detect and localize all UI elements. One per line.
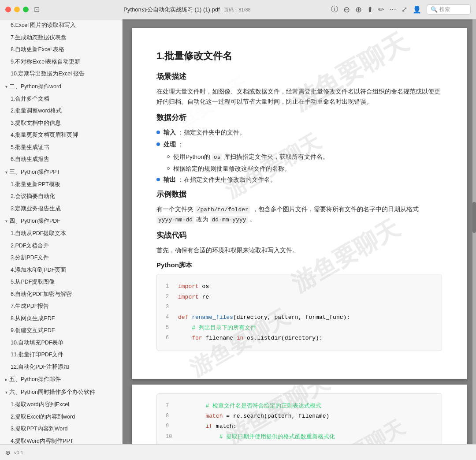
line-num-5: 5 bbox=[166, 323, 178, 333]
more-icon[interactable]: ⋯ bbox=[389, 5, 396, 14]
collapse-arrow-pdf: ▾ bbox=[5, 219, 7, 224]
section-email[interactable]: ▸ 五、Python操作邮件 bbox=[0, 373, 122, 386]
sidebar-item-pdf-form[interactable]: 10.自动填充PDF表单 bbox=[0, 337, 122, 349]
format1-code: yyyy-mm-dd bbox=[156, 216, 194, 224]
annotate-icon[interactable]: ✏ bbox=[378, 5, 384, 14]
sidebar-item-word-to-excel[interactable]: 1.提取word内容到Excel bbox=[0, 399, 122, 411]
sidebar: 6.Excel 图片的读取和写入 7.生成动态数据仪表盘 8.自动更新Excel… bbox=[0, 19, 123, 444]
bullet-input-text: 输入 ：指定文件夹中的文件。 bbox=[164, 128, 245, 138]
code-content-3 bbox=[178, 302, 433, 312]
zoom-out-icon[interactable]: ⊖ bbox=[343, 5, 350, 15]
code-line-3: 3 bbox=[166, 302, 433, 312]
search-placeholder: 搜索 bbox=[439, 6, 450, 13]
sidebar-item-word-to-ppt[interactable]: 4.提取Word内容制作PPT bbox=[0, 435, 122, 445]
scrollbar-track[interactable] bbox=[472, 19, 476, 444]
bullet-process-text: 处理 ： bbox=[164, 140, 184, 150]
line-num-9: 9 bbox=[166, 421, 178, 431]
search-box[interactable]: 🔍 搜索 bbox=[427, 4, 471, 15]
sidebar-item-auto-report[interactable]: 6.自动生成报告 bbox=[0, 153, 122, 166]
sidebar-item-pdf-watermark[interactable]: 4.添加水印到PDF页面 bbox=[0, 264, 122, 277]
search-icon: 🔍 bbox=[431, 6, 438, 13]
sidebar-item-pdf-extract[interactable]: 1.自动从PDF提取文本 bbox=[0, 228, 122, 240]
sidebar-item-dynamic-table[interactable]: 7.生成动态数据仪表盘 bbox=[0, 32, 122, 44]
sidebar-item-batch-cert[interactable]: 5.批量生成证书 bbox=[0, 142, 122, 154]
line-num-2: 2 bbox=[166, 292, 178, 302]
path-code: /path/to/folder bbox=[195, 206, 250, 213]
minimize-button[interactable] bbox=[14, 7, 20, 12]
pages-label: 页码：81/88 bbox=[224, 7, 251, 12]
sidebar-item-ppt-template[interactable]: 1.批量更新PPT模板 bbox=[0, 179, 122, 191]
sidebar-item-sync-excel[interactable]: 9.不对称Excel表格自动更新 bbox=[0, 56, 122, 68]
bottom-bar: ⊕ v0.1 bbox=[0, 444, 476, 460]
code-line-10: 10 # 提取日期并使用提供的格式函数重新格式化 bbox=[166, 432, 433, 442]
bottom-label: v0.1 bbox=[14, 450, 23, 455]
close-button[interactable] bbox=[5, 7, 11, 12]
code-line-7: 7 # 检查文件名是否符合给定的正则表达式模式 bbox=[166, 401, 433, 411]
example-text-3: 改为 bbox=[194, 216, 210, 223]
section-email-label: 五、Python操作邮件 bbox=[9, 376, 61, 383]
section-scene-heading: 场景描述 bbox=[156, 71, 442, 82]
section-word[interactable]: ▾ 二、Python操作word bbox=[0, 80, 122, 93]
sidebar-item-pdf-print[interactable]: 11.批量打印PDF文件 bbox=[0, 349, 122, 361]
code-content-2: import re bbox=[178, 292, 433, 302]
sidebar-item-business-report[interactable]: 3.定期业务报告生成 bbox=[0, 203, 122, 215]
code-content-4: def rename_files(directory, pattern, for… bbox=[178, 312, 433, 322]
toolbar-icons: ⓘ ⊖ ⊕ ⬆ ✏ ⋯ ⤢ 👤 🔍 搜索 bbox=[331, 4, 471, 15]
sidebar-item-pdf-web[interactable]: 8.从网页生成PDF bbox=[0, 313, 122, 325]
sidebar-item-extract-info[interactable]: 3.提取文档中的信息 bbox=[0, 117, 122, 130]
input-text: ：指定文件夹中的文件。 bbox=[178, 129, 245, 136]
scrollbar-thumb[interactable] bbox=[472, 202, 476, 233]
scene-para: 在处理大量文件时，如图像、文档或数据文件，经常需要批量修改文件名以符合组织的命名… bbox=[156, 87, 442, 107]
sidebar-item-header-footer[interactable]: 4.批量更新文档页眉和页脚 bbox=[0, 129, 122, 142]
maximize-button[interactable] bbox=[23, 7, 29, 12]
sidebar-item-merge-docs[interactable]: 1.合并多个文档 bbox=[0, 93, 122, 105]
filename-label: Python办公自动化实战练习 (1) (1).pdf bbox=[123, 6, 219, 13]
section-word-label: 二、Python操作word bbox=[9, 83, 61, 90]
expand-icon[interactable]: ⤢ bbox=[402, 5, 407, 14]
sub-rule-text: 根据给定的规则批量修改这些文件的名称。 bbox=[173, 164, 290, 174]
sidebar-item-pdf-image[interactable]: 5.从PDF提取图像 bbox=[0, 276, 122, 288]
sidebar-item-pdf-split[interactable]: 3.分割PDF文件 bbox=[0, 252, 122, 264]
sidebar-item-ppt-to-word[interactable]: 3.提取PPT内容到Word bbox=[0, 423, 122, 435]
doc-main-title: 1.批量修改文件名 bbox=[156, 49, 442, 63]
sidebar-item-pdf-annotation[interactable]: 12.自动化PDF注释添加 bbox=[0, 361, 122, 374]
content-area[interactable]: 游鱼要聊天 游鱼要聊天 游鱼要聊天 游鱼要聊天 游鱼要聊天 1.批量修改文件名 … bbox=[123, 19, 476, 444]
sidebar-item-pdf-report[interactable]: 7.生成PDF报告 bbox=[0, 300, 122, 313]
example-text-2: ，包含多个图片文件，需要将所有文件的名字中的日期从格式 bbox=[250, 206, 419, 213]
sidebar-item-pdf-interactive[interactable]: 9.创建交互式PDF bbox=[0, 325, 122, 337]
code-block-2: 7 # 检查文件名是否符合给定的正则表达式模式 8 match = re.sea… bbox=[156, 393, 442, 444]
code-line-4: 4 def rename_files(directory, pattern, f… bbox=[166, 312, 433, 322]
sub-bullet-os: 使用Python的 os 库扫描指定文件夹，获取所有文件名。 bbox=[167, 152, 442, 162]
sidebar-item-excel-read[interactable]: 6.Excel 图片的读取和写入 bbox=[0, 19, 122, 32]
bottom-icon[interactable]: ⊕ bbox=[5, 449, 11, 456]
section-multi-label: 六、Python同时操作多个办公软件 bbox=[9, 389, 95, 396]
sidebar-item-pdf-encrypt[interactable]: 6.自动化PDF加密与解密 bbox=[0, 288, 122, 301]
main-layout: 6.Excel 图片的读取和写入 7.生成动态数据仪表盘 8.自动更新Excel… bbox=[0, 19, 476, 444]
code-content-1: import os bbox=[178, 281, 433, 292]
section-ppt[interactable]: ▾ 三、Python操作PPT bbox=[0, 166, 122, 179]
sidebar-toggle-icon[interactable]: ⊡ bbox=[34, 5, 40, 14]
share-icon[interactable]: ⬆ bbox=[367, 5, 373, 14]
pdf-page-2: 游鱼要聊天 游鱼要聊天 7 # 检查文件名是否符合给定的正则表达式模式 8 ma… bbox=[132, 385, 467, 444]
sidebar-item-meeting-summary[interactable]: 2.会议摘要自动化 bbox=[0, 191, 122, 203]
title-bar: ⊡ Python办公自动化实战练习 (1) (1).pdf 页码：81/88 ⓘ… bbox=[0, 0, 476, 19]
code-line-11: 11 new_date = format_func(match.group(0)… bbox=[166, 442, 433, 444]
analysis-bullets: 输入 ：指定文件夹中的文件。 处理 ： 使用Python的 os 库扫描指定文件… bbox=[156, 128, 442, 185]
sidebar-item-batch-format[interactable]: 2.批量调整word格式 bbox=[0, 105, 122, 117]
section-pdf[interactable]: ▾ 四、Python操作PDF bbox=[0, 215, 122, 228]
profile-icon[interactable]: 👤 bbox=[413, 5, 421, 14]
sidebar-item-pdf-merge[interactable]: 2.PDF文档合并 bbox=[0, 240, 122, 252]
sidebar-item-auto-excel[interactable]: 8.自动更新Excel 表格 bbox=[0, 44, 122, 56]
sidebar-item-excel-to-word[interactable]: 2.提取Excel的内容到word bbox=[0, 411, 122, 423]
info-icon[interactable]: ⓘ bbox=[331, 5, 338, 14]
section-pdf-label: 四、Python操作PDF bbox=[9, 217, 60, 225]
sub-dot-os bbox=[167, 155, 170, 158]
example-text-1: 有一个文件夹 bbox=[156, 206, 195, 213]
line-num-4: 4 bbox=[166, 312, 178, 322]
process-label: 处理 bbox=[164, 141, 176, 148]
line-num-6: 6 bbox=[166, 333, 178, 343]
sidebar-item-export-excel[interactable]: 10.定期导出数据为Excel 报告 bbox=[0, 68, 122, 80]
zoom-in-icon[interactable]: ⊕ bbox=[355, 5, 362, 15]
line-num-7: 7 bbox=[166, 401, 178, 411]
section-multi[interactable]: ▾ 六、Python同时操作多个办公软件 bbox=[0, 386, 122, 399]
